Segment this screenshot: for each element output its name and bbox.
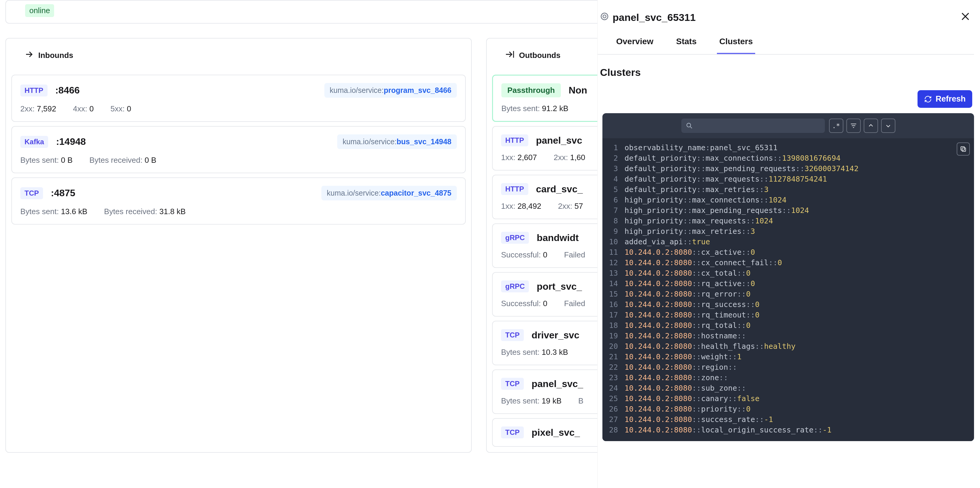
line-number: 10 [602, 236, 619, 247]
code-line: observability_name:panel_svc_65311 [625, 143, 974, 153]
code-line: 10.244.0.2:8080::health_flags::healthy [625, 341, 974, 352]
passthrough-chip: Passthrough [501, 83, 561, 97]
code-line: 10.244.0.2:8080::zone:: [625, 372, 974, 383]
search-icon [686, 122, 693, 130]
code-search-input[interactable] [696, 122, 820, 130]
protocol-chip: HTTP [501, 183, 528, 195]
card-title: panel_svc_ [531, 379, 583, 390]
code-line: 10.244.0.2:8080::canary::false [625, 393, 974, 404]
line-number: 7 [602, 205, 619, 215]
code-line: 10.244.0.2:8080::rq_total::0 [625, 320, 974, 331]
code-line: 10.244.0.2:8080::rq_timeout::0 [625, 310, 974, 320]
card-title: driver_svc [531, 330, 579, 341]
outbounds-title: Outbounds [519, 51, 560, 60]
code-line: default_priority::max_connections::13980… [625, 153, 974, 163]
line-number: 12 [602, 257, 619, 268]
inbound-card[interactable]: HTTP :8466 kuma.io/service:program_svc_8… [11, 74, 466, 122]
slideover-heading: Clusters [600, 67, 974, 78]
card-title: port_svc_ [537, 281, 582, 292]
line-number: 11 [602, 247, 619, 257]
protocol-chip: Kafka [20, 136, 48, 148]
refresh-label: Refresh [935, 94, 966, 104]
code-line: default_priority::max_pending_requests::… [625, 163, 974, 174]
card-stats: Bytes sent: 0 BBytes received: 0 B [20, 155, 457, 165]
service-label[interactable]: kuma.io/service:bus_svc_14948 [337, 135, 457, 149]
code-line: added_via_api::true [625, 236, 974, 247]
copy-button[interactable] [957, 143, 970, 155]
code-line: 10.244.0.2:8080::rq_active::0 [625, 278, 974, 289]
code-line: 10.244.0.2:8080::sub_zone:: [625, 383, 974, 393]
close-button[interactable] [960, 11, 971, 24]
inbound-card[interactable]: Kafka :14948 kuma.io/service:bus_svc_149… [11, 126, 466, 173]
code-line: 10.244.0.2:8080::cx_active::0 [625, 247, 974, 257]
code-line: high_priority::max_requests::1024 [625, 215, 974, 226]
protocol-chip: HTTP [501, 135, 528, 146]
line-number: 18 [602, 320, 619, 331]
code-line: default_priority::max_requests::11278487… [625, 174, 974, 184]
line-number: 22 [602, 362, 619, 372]
arrow-right-icon [24, 49, 34, 62]
code-line: 10.244.0.2:8080::cx_connect_fail::0 [625, 257, 974, 268]
protocol-chip: TCP [20, 187, 43, 199]
code-line: 10.244.0.2:8080::region:: [625, 362, 974, 372]
line-number: 25 [602, 393, 619, 404]
line-number: 13 [602, 268, 619, 278]
line-number: 27 [602, 414, 619, 425]
code-line: high_priority::max_connections::1024 [625, 195, 974, 205]
card-stats: Bytes sent: 13.6 kBBytes received: 31.8 … [20, 207, 457, 216]
line-number: 5 [602, 184, 619, 195]
code-line: 10.244.0.2:8080::priority::0 [625, 404, 974, 414]
inbounds-header: Inbounds [6, 38, 471, 74]
code-line: high_priority::max_pending_requests::102… [625, 205, 974, 215]
tab-clusters[interactable]: Clusters [717, 30, 755, 54]
line-number: 23 [602, 372, 619, 383]
arrow-out-icon [505, 49, 515, 62]
line-number: 14 [602, 278, 619, 289]
card-stats: 2xx: 7,5924xx: 05xx: 0 [20, 104, 457, 114]
inbound-card[interactable]: TCP :4875 kuma.io/service:capacitor_svc_… [11, 177, 466, 225]
card-title: :8466 [55, 85, 80, 96]
code-line: default_priority::max_retries::3 [625, 184, 974, 195]
code-line: 10.244.0.2:8080::hostname:: [625, 331, 974, 341]
svg-rect-3 [962, 148, 966, 151]
protocol-chip: TCP [501, 426, 524, 439]
code-line: 10.244.0.2:8080::cx_total::0 [625, 268, 974, 278]
nav-up-button[interactable] [864, 119, 878, 133]
line-number: 1 [602, 143, 619, 153]
protocol-chip: HTTP [20, 84, 48, 97]
protocol-chip: gRPC [501, 232, 529, 244]
line-number: 6 [602, 195, 619, 205]
code-line: 10.244.0.2:8080::success_rate::-1 [625, 414, 974, 425]
filter-button[interactable] [846, 119, 861, 133]
protocol-chip: gRPC [501, 280, 529, 292]
card-title: :4875 [51, 187, 75, 199]
line-number: 8 [602, 215, 619, 226]
refresh-button[interactable]: Refresh [918, 90, 972, 108]
svg-rect-4 [961, 147, 964, 150]
service-label[interactable]: kuma.io/service:program_svc_8466 [325, 83, 457, 98]
code-line: 10.244.0.2:8080::rq_success::0 [625, 299, 974, 310]
line-number: 15 [602, 289, 619, 299]
line-number: 9 [602, 226, 619, 236]
target-icon [600, 12, 609, 23]
line-number: 28 [602, 425, 619, 435]
regex-toggle[interactable]: .* [829, 119, 843, 133]
line-number: 4 [602, 174, 619, 184]
code-block: .* 1observability_name:panel_svc_65 [602, 113, 974, 441]
service-label[interactable]: kuma.io/service:capacitor_svc_4875 [321, 186, 457, 200]
line-number: 19 [602, 331, 619, 341]
code-line: high_priority::max_retries::3 [625, 226, 974, 236]
line-number: 24 [602, 383, 619, 393]
card-title: :14948 [56, 136, 86, 147]
card-title: card_svc_ [536, 184, 583, 195]
code-line: 10.244.0.2:8080::rq_error::0 [625, 289, 974, 299]
card-title: Non [569, 85, 587, 96]
protocol-chip: TCP [501, 378, 524, 390]
line-number: 21 [602, 352, 619, 362]
tab-overview[interactable]: Overview [614, 30, 656, 54]
nav-down-button[interactable] [881, 119, 896, 133]
line-number: 26 [602, 404, 619, 414]
tab-stats[interactable]: Stats [674, 30, 699, 54]
code-search[interactable] [681, 119, 825, 133]
line-number: 16 [602, 299, 619, 310]
